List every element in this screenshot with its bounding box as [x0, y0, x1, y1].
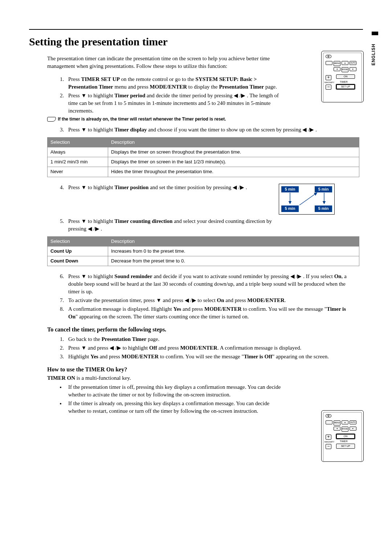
intro-text: The presentation timer can indicate the … — [47, 55, 294, 70]
svg-line-1 — [299, 193, 317, 205]
counting-direction-table: SelectionDescription Count UpIncreases f… — [47, 236, 359, 266]
cancel-steps: Go back to the Presentation Timer page. … — [54, 335, 363, 360]
cancel-step-1: Go back to the Presentation Timer page. — [65, 335, 363, 343]
th-description: Description — [108, 236, 359, 246]
main-steps-cont3: Press ▼ to highlight Sound reminder and … — [54, 273, 363, 321]
th-description: Description — [108, 137, 359, 147]
table-row: Count UpIncreases from 0 to the preset t… — [48, 246, 359, 256]
step-6: Press ▼ to highlight Sound reminder and … — [65, 273, 363, 296]
cancel-step-2: Press ▼ and press ◀ /▶ to highlight Off … — [65, 344, 363, 352]
th-selection: Selection — [48, 236, 108, 246]
remote-diagram-setup: ⏻ MENU/ ▴ AUTO ◂ MODE/ ▸ + ON MAGNIFY TI… — [321, 51, 364, 102]
step-5: Press ▼ to highlight Timer counting dire… — [65, 217, 294, 233]
page-number: EN-29 — [29, 433, 363, 439]
timer-position-diagram: 5 min 5 min 5 min 5 min — [279, 184, 335, 215]
lang-marker — [372, 32, 378, 35]
separator-rule — [29, 29, 363, 30]
table-row: 1 min/2 min/3 minDisplays the timer on s… — [48, 157, 359, 167]
step-8: A confirmation message is displayed. Hig… — [65, 305, 363, 321]
language-label: ENGLISH — [371, 44, 377, 65]
howto-bullets: If the presentation timer is off, pressi… — [54, 383, 294, 415]
timer-display-table: SelectionDescription AlwaysDisplays the … — [47, 137, 359, 177]
main-steps: Press TIMER SET UP on the remote control… — [54, 76, 363, 115]
main-steps-cont1: Press ▼ to highlight Timer display and c… — [54, 126, 363, 134]
step-7: To activate the presentation timer, pres… — [65, 297, 363, 304]
table-row: Count DownDecrease from the preset time … — [48, 256, 359, 266]
table-row: NeverHides the timer throughout the pres… — [48, 167, 359, 177]
cancel-heading: To cancel the timer, perform the followi… — [47, 326, 363, 334]
step-4: Press ▼ to highlight Timer position and … — [65, 184, 294, 191]
howto-intro: TIMER ON is a multi-functional key. — [47, 374, 363, 382]
table-row: AlwaysDisplays the timer on screen throu… — [48, 147, 359, 157]
howto-heading: How to use the TIMER On key? — [47, 366, 363, 374]
bullet-1: If the presentation timer is off, pressi… — [65, 383, 294, 399]
th-selection: Selection — [48, 137, 108, 147]
step-1: Press TIMER SET UP on the remote control… — [65, 76, 294, 91]
cancel-step-3: Highlight Yes and press MODE/ENTER to co… — [65, 353, 363, 360]
note-icon — [47, 117, 56, 122]
page-title: Setting the presentation timer — [29, 34, 363, 49]
note-timer-restart: If the timer is already on, the timer wi… — [47, 116, 363, 122]
remote-diagram-on: ⏻ MENU/ ▴ AUTO ◂ MODE/ ▸ + ON MAGNIFY TI… — [321, 410, 364, 454]
bullet-2: If the timer is already on, pressing thi… — [65, 400, 294, 415]
step-3: Press ▼ to highlight Timer display and c… — [65, 126, 363, 134]
step-2: Press ▼ to highlight Timer period and de… — [65, 92, 294, 115]
